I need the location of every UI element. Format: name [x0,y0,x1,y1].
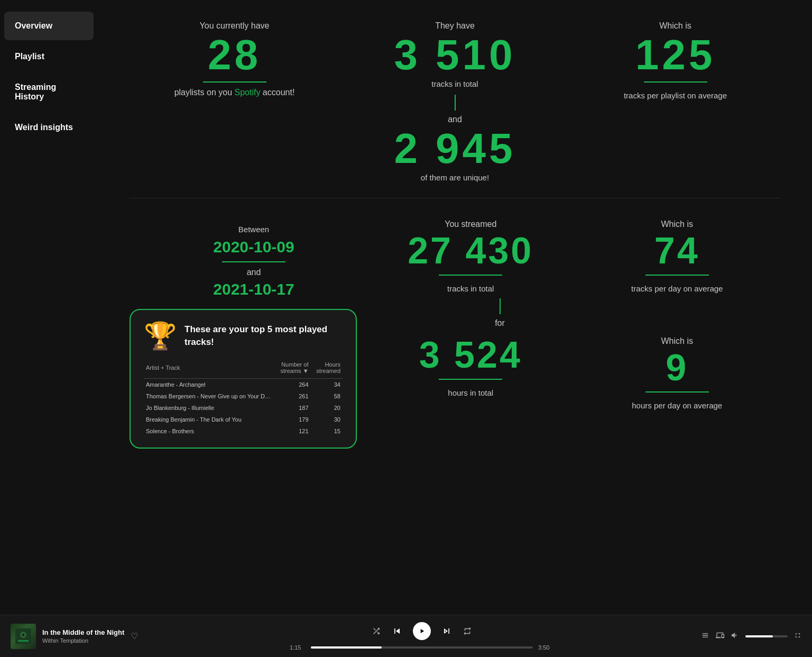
sidebar: Overview Playlist Streaming History Weir… [0,0,98,615]
album-art [11,624,36,649]
stat-playlists: You currently have 28 playlists on you S… [130,21,339,101]
track-cell: Jo Blankenburg - Illumielle [144,402,274,414]
tracks-sublabel-2: of them are unique! [421,173,489,182]
hours-divider [439,379,502,380]
player-track-info: In the Middle of the Night Within Tempta… [11,624,159,649]
streams-cell: 264 [274,379,311,391]
track-cell: Amaranthe - Archangel [144,379,274,391]
artist-name: Within Temptation [42,637,124,644]
divider-2 [644,81,707,83]
total-time: 3:50 [538,644,554,651]
hours-day-number: 9 [666,349,688,386]
streamed-divider [439,275,502,276]
hours-cell: 58 [311,390,343,402]
stat-tracks: They have 3 510 tracks in total and 2 94… [350,21,560,182]
vertical-divider-2 [500,298,501,314]
for-section: for [367,298,632,331]
streamed-number-1: 27 430 [408,232,533,269]
streams-cell: 187 [274,402,311,414]
control-buttons [372,622,472,640]
date-block: Between 2020-10-09 and 2021-10-17 [130,220,357,298]
track-cell: Thomas Bergersen - Never Give up on Your… [144,390,274,402]
between-label: Between [151,225,357,234]
streamed-pre: You streamed [445,220,496,229]
divider-1 [203,81,266,83]
streamed-sub-1: tracks in total [447,284,494,293]
shuffle-button[interactable] [372,626,381,636]
per-playlist-pre: Which is [659,21,691,31]
playlists-pre-label: You currently have [200,21,270,31]
tracks-day-post: tracks per day on average [631,284,723,293]
stat-hours-per-day: Which is 9 hours per day on average [574,336,781,410]
streams-cell: 261 [274,390,311,402]
stat-per-playlist: Which is 125 tracks per playlist on aver… [570,21,780,100]
volume-bar[interactable] [745,635,788,637]
prev-button[interactable] [392,626,402,636]
per-playlist-post: tracks per playlist on average [624,91,727,100]
sidebar-item-playlist[interactable]: Playlist [4,42,94,71]
streaming-top-row: You streamed 27 430 tracks in total Whic… [367,220,780,293]
progress-row: 1:15 3:50 [290,644,554,651]
play-button[interactable] [413,622,431,640]
date-1: 2020-10-09 [151,238,357,256]
devices-icon[interactable] [716,631,724,641]
sidebar-item-weird-insights[interactable]: Weird insights [4,113,94,142]
per-playlist-number: 125 [635,34,715,76]
heart-icon[interactable]: ♡ [131,631,138,641]
trophy-title: These are your top 5 most played tracks! [184,323,343,349]
stats-row-1: You currently have 28 playlists on you S… [130,21,780,182]
progress-fill [311,646,382,649]
col-header-hours: Hoursstreamed [311,359,343,379]
stat-streamed-tracks: You streamed 27 430 tracks in total [367,220,574,293]
player-right-controls [685,631,801,641]
streams-cell: 179 [274,414,311,425]
main-content: You currently have 28 playlists on you S… [98,0,812,615]
track-cell: Solence - Brothers [144,425,274,437]
hours-day-pre: Which is [661,336,693,346]
table-row: Breaking Benjamin - The Dark of You 179 … [144,414,343,425]
hours-cell: 30 [311,414,343,425]
player-controls: 1:15 3:50 [169,622,675,651]
hours-day-post: hours per day on average [632,401,722,410]
hours-row: 3 524 hours in total Which is 9 hours pe… [367,336,780,410]
hours-cell: 34 [311,379,343,391]
tracks-day-number: 74 [654,232,700,269]
hours-number: 3 524 [419,336,522,373]
volume-icon [731,631,739,641]
date-2: 2021-10-17 [151,280,357,298]
queue-icon[interactable] [701,631,709,641]
vertical-divider-1 [455,95,456,111]
sidebar-item-streaming-history[interactable]: Streaming History [4,73,94,111]
tracks-table: Artist + Track Number ofstreams ▼ Hourss… [144,359,343,437]
trophy-box: 🏆 These are your top 5 most played track… [130,309,357,449]
date-divider [222,261,285,262]
table-row: Jo Blankenburg - Illumielle 187 20 [144,402,343,414]
table-row: Amaranthe - Archangel 264 34 [144,379,343,391]
tracks-number-1: 3 510 [394,34,515,76]
col-header-streams: Number ofstreams ▼ [274,359,311,379]
stat-tracks-per-day: Which is 74 tracks per day on average [574,220,781,293]
progress-bar[interactable] [311,646,533,649]
player-bar: In the Middle of the Night Within Tempta… [0,615,812,657]
table-row: Thomas Bergersen - Never Give up on Your… [144,390,343,402]
hours-sub: hours in total [448,388,493,397]
repeat-button[interactable] [463,626,472,636]
tracks-day-pre: Which is [661,220,693,229]
trophy-icon: 🏆 [144,321,177,351]
svg-rect-3 [18,640,29,642]
svg-point-2 [22,634,24,636]
trophy-header: 🏆 These are your top 5 most played track… [144,321,343,351]
stat-hours-total: 3 524 hours in total [367,336,574,397]
tracks-number-2: 2 945 [394,127,515,170]
table-row: Solence - Brothers 121 15 [144,425,343,437]
left-panel: Between 2020-10-09 and 2021-10-17 🏆 Thes… [130,220,357,449]
section-2-container: Between 2020-10-09 and 2021-10-17 🏆 Thes… [130,220,780,449]
col-header-track: Artist + Track [144,359,274,379]
sidebar-item-overview[interactable]: Overview [4,12,94,40]
streams-cell: 121 [274,425,311,437]
and-label: and [448,115,462,124]
playlists-post-label: playlists on you Spotify account! [174,88,295,97]
next-button[interactable] [441,626,452,636]
fullscreen-icon[interactable] [794,632,801,641]
right-streaming-stats: You streamed 27 430 tracks in total Whic… [367,220,780,410]
